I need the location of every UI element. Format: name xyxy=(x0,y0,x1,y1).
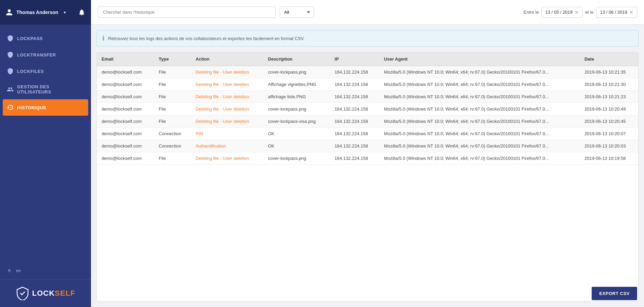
cell-description: cover-lockpass.png xyxy=(263,152,330,165)
table-row: demo@lockself.com File Deleting file - U… xyxy=(97,152,638,165)
cell-email: demo@lockself.com xyxy=(97,140,154,152)
cell-description: affichage liste.PNG xyxy=(263,91,330,103)
cell-user-agent: Mozilla/5.0 (Windows NT 10.0; Win64; x64… xyxy=(379,115,580,128)
cell-ip: 164.132.224.158 xyxy=(330,152,379,165)
cell-date: 2019-06-13 10:21:23 xyxy=(580,91,638,103)
cell-action: Deleting file - User deletion xyxy=(191,115,263,128)
cell-description: cover-lockpass-visa.png xyxy=(263,115,330,128)
sidebar-item-label: HISTORIQUE xyxy=(17,105,47,110)
export-csv-button[interactable]: EXPORT CSV xyxy=(592,287,637,300)
sidebar-item-lockpass[interactable]: LOCKPASS xyxy=(0,30,91,47)
sidebar-item-label: LOCKFILES xyxy=(17,69,44,74)
col-email: Email xyxy=(97,52,154,66)
lang-en[interactable]: en xyxy=(15,268,22,274)
username: Thomas Anderson xyxy=(16,10,58,15)
table-row: demo@lockself.com File Deleting file - U… xyxy=(97,103,638,115)
lang-fr[interactable]: fr xyxy=(7,268,12,274)
cell-date: 2019-06-13 10:20:07 xyxy=(580,128,638,140)
cell-description: OK xyxy=(263,140,330,152)
type-select[interactable]: All xyxy=(280,7,314,18)
cell-user-agent: Mozilla/5.0 (Windows NT 10.0; Win64; x64… xyxy=(379,140,580,152)
logo-text: LOCKSELF xyxy=(32,289,76,298)
log-table: Email Type Action Description IP User Ag… xyxy=(97,52,638,165)
sidebar-item-lockfiles[interactable]: LOCKFILES xyxy=(0,63,91,79)
cell-user-agent: Mozilla/5.0 (Windows NT 10.0; Win64; x64… xyxy=(379,78,580,91)
col-action: Action xyxy=(191,52,263,66)
sidebar-item-label: LOCKPASS xyxy=(17,36,43,41)
users-icon xyxy=(7,86,14,93)
col-date: Date xyxy=(580,52,638,66)
date-from-clear[interactable]: ✕ xyxy=(575,10,579,15)
cell-ip: 164.132.224.158 xyxy=(330,78,379,91)
sidebar-item-locktransfer[interactable]: LOCKTRANSFER xyxy=(0,47,91,63)
cell-ip: 164.132.224.158 xyxy=(330,66,379,78)
cell-email: demo@lockself.com xyxy=(97,78,154,91)
cell-email: demo@lockself.com xyxy=(97,91,154,103)
col-user-agent: User Agent xyxy=(379,52,580,66)
cell-description: Affichage vignettes.PNG xyxy=(263,78,330,91)
sidebar: Thomas Anderson ▼ LOCKPASS LOCKTRANSFER … xyxy=(0,0,91,307)
table-row: demo@lockself.com Connection Authentific… xyxy=(97,140,638,152)
cell-action: Authentification xyxy=(191,140,263,152)
cell-action: Deleting file - User deletion xyxy=(191,78,263,91)
main-content: All Entre le 13 / 05 / 2019 ✕ et le 13 /… xyxy=(91,0,644,307)
col-type: Type xyxy=(154,52,191,66)
table-row: demo@lockself.com File Deleting file - U… xyxy=(97,66,638,78)
col-description: Description xyxy=(263,52,330,66)
chevron-down-icon: ▼ xyxy=(63,11,66,14)
cell-user-agent: Mozilla/5.0 (Windows NT 10.0; Win64; x64… xyxy=(379,103,580,115)
sidebar-item-gestion[interactable]: GESTION DES UTILISATEURS xyxy=(0,79,91,99)
sidebar-item-label: GESTION DES UTILISATEURS xyxy=(17,84,84,94)
table-row: demo@lockself.com File Deleting file - U… xyxy=(97,115,638,128)
language-switcher: fr en xyxy=(0,262,91,279)
user-menu[interactable]: Thomas Anderson ▼ xyxy=(5,9,66,16)
col-ip: IP xyxy=(330,52,379,66)
cell-ip: 164.132.224.158 xyxy=(330,128,379,140)
table-header-row: Email Type Action Description IP User Ag… xyxy=(97,52,638,66)
sidebar-header: Thomas Anderson ▼ xyxy=(0,0,91,25)
cell-description: cover-lockpass.png xyxy=(263,66,330,78)
date-to-input[interactable]: 13 / 06 / 2019 ✕ xyxy=(596,7,637,18)
cell-type: File xyxy=(154,78,191,91)
search-input[interactable] xyxy=(98,7,276,18)
bell-icon[interactable] xyxy=(78,9,86,16)
cell-type: File xyxy=(154,91,191,103)
cell-user-agent: Mozilla/5.0 (Windows NT 10.0; Win64; x64… xyxy=(379,91,580,103)
cell-action: Deleting file - User deletion xyxy=(191,91,263,103)
date-from-input[interactable]: 13 / 05 / 2019 ✕ xyxy=(541,7,582,18)
cell-ip: 164.132.224.158 xyxy=(330,103,379,115)
date-to-label: et le xyxy=(585,10,594,15)
cell-email: demo@lockself.com xyxy=(97,103,154,115)
cell-user-agent: Mozilla/5.0 (Windows NT 10.0; Win64; x64… xyxy=(379,66,580,78)
shield-locktransfer-icon xyxy=(7,51,14,58)
user-icon xyxy=(5,9,13,16)
sidebar-item-historique[interactable]: HISTORIQUE xyxy=(3,99,88,116)
info-text: Retrouvez tous les logs des actions de v… xyxy=(108,36,305,41)
cell-user-agent: Mozilla/5.0 (Windows NT 10.0; Win64; x64… xyxy=(379,128,580,140)
cell-type: Connection xyxy=(154,128,191,140)
cell-ip: 164.132.224.158 xyxy=(330,115,379,128)
log-table-container: Email Type Action Description IP User Ag… xyxy=(96,52,639,302)
info-banner: ℹ Retrouvez tous les logs des actions de… xyxy=(96,30,639,47)
cell-email: demo@lockself.com xyxy=(97,128,154,140)
lockself-shield-logo xyxy=(16,286,29,300)
date-to-clear[interactable]: ✕ xyxy=(629,10,633,15)
cell-type: File xyxy=(154,66,191,78)
cell-description: OK xyxy=(263,128,330,140)
cell-type: File xyxy=(154,103,191,115)
cell-ip: 164.132.224.158 xyxy=(330,140,379,152)
cell-action: Deleting file - User deletion xyxy=(191,66,263,78)
cell-ip: 164.132.224.158 xyxy=(330,91,379,103)
topbar: All Entre le 13 / 05 / 2019 ✕ et le 13 /… xyxy=(91,0,644,25)
history-icon xyxy=(7,104,14,111)
sidebar-logo: LOCKSELF xyxy=(0,279,91,307)
info-icon: ℹ xyxy=(102,35,105,42)
cell-date: 2019-06-13 10:20:49 xyxy=(580,103,638,115)
cell-email: demo@lockself.com xyxy=(97,66,154,78)
table-row: demo@lockself.com File Deleting file - U… xyxy=(97,78,638,91)
cell-action: Deleting file - User deletion xyxy=(191,152,263,165)
cell-email: demo@lockself.com xyxy=(97,115,154,128)
date-filter: Entre le 13 / 05 / 2019 ✕ et le 13 / 06 … xyxy=(524,7,637,18)
sidebar-nav: LOCKPASS LOCKTRANSFER LOCKFILES GESTION … xyxy=(0,25,91,262)
cell-action: Deleting file - User deletion xyxy=(191,103,263,115)
